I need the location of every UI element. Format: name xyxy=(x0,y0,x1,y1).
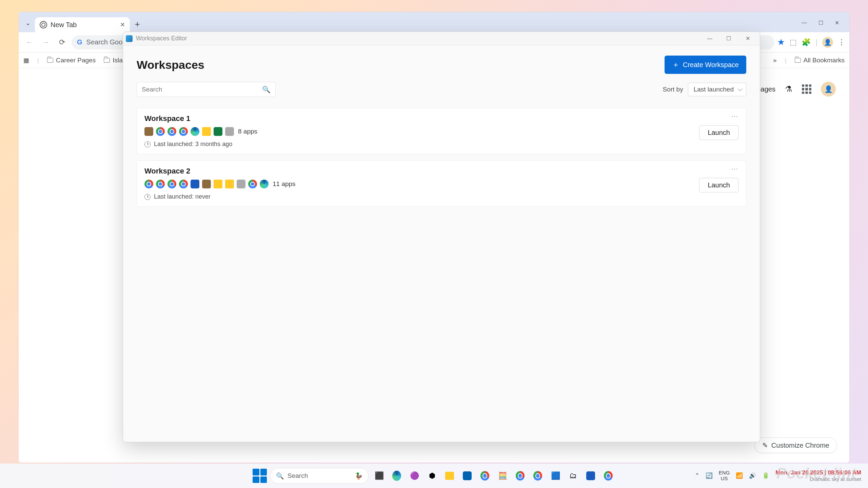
bookmark-label: Career Pages xyxy=(56,57,96,64)
workspace-more-button[interactable]: ··· xyxy=(731,113,738,120)
taskbar-app-edge[interactable] xyxy=(390,469,404,483)
extensions-icon[interactable]: 🧩 xyxy=(802,38,811,47)
workspaces-list: Workspace 18 appsLast launched: 3 months… xyxy=(137,108,746,207)
bookmark-star-icon[interactable]: ★ xyxy=(777,37,785,47)
taskbar-center: 🔍 Search 🦆 ⬛ 🟣 ⬢ 🧮 🟦 🗂 xyxy=(253,468,615,484)
create-workspace-label: Create Workspace xyxy=(683,61,739,69)
chrome-logo-favicon xyxy=(40,21,47,28)
chrome-icon xyxy=(179,127,188,136)
workspaces-body: Workspaces ＋ Create Workspace 🔍 Sort by … xyxy=(123,45,760,442)
close-icon[interactable]: ✕ xyxy=(738,32,757,45)
workspace-card: Workspace 18 appsLast launched: 3 months… xyxy=(137,108,746,154)
apps-grid-icon[interactable]: ▦ xyxy=(23,57,29,64)
workspaces-titlebar: Workspaces Editor — ☐ ✕ xyxy=(123,32,760,45)
workspace-meta: Last launched: 3 months ago xyxy=(144,141,738,148)
sort-value: Last launched xyxy=(694,86,734,93)
maximize-icon[interactable]: ☐ xyxy=(818,20,823,26)
chrome-menu-icon[interactable]: ⋮ xyxy=(838,38,845,47)
launch-workspace-button[interactable]: Launch xyxy=(699,125,738,140)
google-account-avatar[interactable]: 👤 xyxy=(821,82,836,97)
workspace-card: Workspace 211 appsLast launched: never··… xyxy=(137,160,746,207)
language-indicator[interactable]: ENG US xyxy=(719,470,730,481)
taskbar-app-store[interactable] xyxy=(460,469,474,483)
taskbar-app-chrome-4[interactable] xyxy=(601,469,615,483)
workspaces-editor-window: Workspaces Editor — ☐ ✕ Workspaces ＋ Cre… xyxy=(123,32,760,442)
clock-subtitle: Dramatic sky at sunset xyxy=(775,476,861,482)
sort-select[interactable]: Last launched xyxy=(688,83,746,96)
start-button[interactable] xyxy=(253,469,267,483)
workspaces-window-controls: — ☐ ✕ xyxy=(700,32,757,45)
create-workspace-button[interactable]: ＋ Create Workspace xyxy=(665,56,746,74)
taskbar-app-chrome-3[interactable] xyxy=(531,469,545,483)
chrome-icon xyxy=(144,180,153,188)
chrome-tab-newtab[interactable]: New Tab ✕ xyxy=(35,17,130,32)
bookmark-career-pages[interactable]: Career Pages xyxy=(47,57,96,64)
volume-icon[interactable]: 🔊 xyxy=(749,472,756,479)
close-icon[interactable]: ✕ xyxy=(835,20,839,26)
reload-button[interactable]: ⟳ xyxy=(55,36,69,49)
tray-sync-icon[interactable]: 🔄 xyxy=(706,472,713,479)
taskbar-app-word[interactable] xyxy=(584,469,598,483)
search-icon: 🔍 xyxy=(262,85,271,94)
maximize-icon[interactable]: ☐ xyxy=(719,32,738,45)
workspaces-window-title: Workspaces Editor xyxy=(136,35,187,42)
overflow-icon[interactable]: » xyxy=(773,57,777,64)
google-apps-icon[interactable] xyxy=(802,84,811,94)
chrome-tab-strip: ⌄ New Tab ✕ + — ☐ ✕ xyxy=(19,12,849,32)
taskbar-app-chrome-2[interactable] xyxy=(513,469,527,483)
workspace-name: Workspace 2 xyxy=(144,167,738,176)
taskbar-app-chrome-1[interactable] xyxy=(478,469,492,483)
workspace-more-button[interactable]: ··· xyxy=(731,165,738,172)
sort-wrapper: Sort by Last launched xyxy=(663,83,746,96)
bookmark-all-bookmarks[interactable]: All Bookmarks xyxy=(795,57,845,64)
chrome-profile-avatar[interactable]: 👤 xyxy=(822,37,833,48)
new-tab-button[interactable]: + xyxy=(131,18,143,30)
taskbar-app-calculator[interactable]: 🧮 xyxy=(495,469,510,483)
taskbar-app-explorer[interactable] xyxy=(442,469,457,483)
workspace-name: Workspace 1 xyxy=(144,114,738,123)
omnibox-text: Search Googl xyxy=(86,38,128,46)
taskbar-app-obsidian[interactable]: ⬢ xyxy=(425,469,439,483)
taskbar-search-placeholder: Search xyxy=(288,472,308,480)
taskbar-right: ⌃ 🔄 ENG US 📶 🔊 🔋 Mon, Jan 20 2025 | 08:5… xyxy=(695,469,861,482)
separator: | xyxy=(37,57,39,64)
chrome-icon xyxy=(167,180,176,188)
workspaces-controls-row: 🔍 Sort by Last launched xyxy=(137,82,746,97)
generic-icon xyxy=(225,127,234,136)
chrome-window-controls: — ☐ ✕ xyxy=(802,20,846,26)
calc-icon xyxy=(202,180,211,188)
close-tab-icon[interactable]: ✕ xyxy=(120,21,125,28)
taskbar-app-taskview[interactable]: ⬛ xyxy=(372,469,386,483)
tab-search-caret[interactable]: ⌄ xyxy=(22,17,34,29)
taskbar-clock[interactable]: Mon, Jan 20 2025 | 08:56:06 AM Dramatic … xyxy=(775,469,861,482)
workspaces-search[interactable]: 🔍 xyxy=(137,82,276,97)
launch-workspace-button[interactable]: Launch xyxy=(699,178,738,192)
screenshot-icon[interactable]: ⬚ xyxy=(790,38,797,47)
back-button[interactable]: ← xyxy=(23,36,36,49)
workspace-app-count: 8 apps xyxy=(238,128,257,135)
taskbar-search[interactable]: 🔍 Search 🦆 xyxy=(270,468,369,484)
generic-icon xyxy=(237,180,245,188)
minimize-icon[interactable]: — xyxy=(700,32,719,45)
folder-icon xyxy=(202,127,211,136)
workspace-apps-row: 8 apps xyxy=(144,127,738,136)
taskbar-app-generic[interactable]: 🗂 xyxy=(566,469,580,483)
forward-button[interactable]: → xyxy=(39,36,53,49)
edge-icon xyxy=(260,180,269,188)
taskbar-app-copilot[interactable]: 🟣 xyxy=(407,469,421,483)
battery-icon[interactable]: 🔋 xyxy=(762,472,769,479)
chrome-icon xyxy=(248,180,257,188)
folder-icon xyxy=(225,180,234,188)
clock-date: Mon, Jan 20 2025 | 08:56:06 AM xyxy=(775,469,861,476)
wifi-icon[interactable]: 📶 xyxy=(736,472,743,479)
workspaces-search-input[interactable] xyxy=(142,86,259,93)
taskbar-app-powertoys[interactable]: 🟦 xyxy=(548,469,563,483)
customize-chrome-button[interactable]: ✎ Customize Chrome xyxy=(754,438,837,453)
toolbar-actions: ★ ⬚ 🧩 | 👤 ⋮ xyxy=(777,37,845,48)
workspace-meta: Last launched: never xyxy=(144,193,738,200)
labs-icon[interactable]: ⚗ xyxy=(785,84,792,94)
google-g-icon: G xyxy=(77,38,82,46)
windows-taskbar: 🔍 Search 🦆 ⬛ 🟣 ⬢ 🧮 🟦 🗂 ⌃ 🔄 ENG US 📶 🔊 🔋 … xyxy=(0,464,868,488)
tray-chevron-icon[interactable]: ⌃ xyxy=(695,472,699,479)
minimize-icon[interactable]: — xyxy=(802,20,807,26)
